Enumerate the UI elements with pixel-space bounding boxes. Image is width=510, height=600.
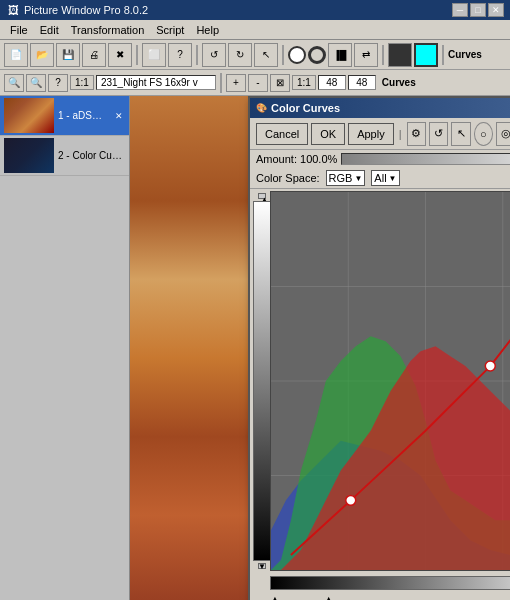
toolbar-secondary: 🔍 🔍 ? 1:1 231_Night FS 16x9r v + - ⊠ 1:1… [0,70,510,96]
zoom-ratio: 1:1 [70,75,94,90]
main-area: 1 - aDSCF0700-1-HDF ✕ 2 - Color Curves 🎨… [0,96,510,600]
open-button[interactable]: 📂 [30,43,54,67]
menu-bar: File Edit Transformation Script Help [0,20,510,40]
zoom-in-button[interactable]: 🔍 [4,74,24,92]
dialog-title-bar: 🎨 Color Curves ─ □ ✕ [250,98,510,118]
tick1[interactable]: ▲ [268,592,282,600]
menu-file[interactable]: File [4,22,34,38]
chart-svg [271,192,510,570]
amount-label: Amount: 100.0% [256,153,337,165]
channel-value: All [374,172,386,184]
title-bar: 🖼 Picture Window Pro 8.0.2 ─ □ ✕ [0,0,510,20]
select-button[interactable]: ⬜ [142,43,166,67]
chart-section: ▲ ▼ [250,189,510,600]
svg-point-7 [485,361,495,371]
chart-main[interactable] [270,191,510,571]
dialog-toolbar: Cancel OK Apply | ⚙ ↺ ↖ ○ ◎ ▬ ⇄ ∫ ↕ [250,118,510,150]
layer-1-name: 1 - aDSCF0700-1-HDF [58,110,109,121]
separator5 [442,45,444,65]
tool4-button[interactable]: ⇄ [354,43,378,67]
chart-wrapper: ▲ ▼ [254,191,510,571]
layer-2-name: 2 - Color Curves [58,150,125,161]
color2-button[interactable] [414,43,438,67]
pointer-tool[interactable]: ↖ [451,122,470,146]
zoom-out2-button[interactable]: - [248,74,268,92]
tool1-button[interactable] [288,46,306,64]
zoom-help-button[interactable]: ? [48,74,68,92]
layer-2-image [4,138,54,173]
menu-script[interactable]: Script [150,22,190,38]
colorspace-value: RGB [329,172,353,184]
canvas-area: 🎨 Color Curves ─ □ ✕ Cancel OK Apply | ⚙… [130,96,510,600]
colorspace-row: Color Space: RGB ▼ All ▼ [250,168,510,189]
ok-button[interactable]: OK [311,123,345,145]
channel-arrow: ▼ [389,174,397,183]
color-curves-dialog: 🎨 Color Curves ─ □ ✕ Cancel OK Apply | ⚙… [248,96,510,600]
channel-select[interactable]: All ▼ [371,170,399,186]
menu-help[interactable]: Help [190,22,225,38]
toolbar-main: 📄 📂 💾 🖨 ✖ ⬜ ? ↺ ↻ ↖ ▐█ ⇄ Curves [0,40,510,70]
menu-transformation[interactable]: Transformation [65,22,151,38]
circle-tool[interactable]: ○ [474,122,493,146]
dialog-title-text: Color Curves [271,102,510,114]
maximize-button[interactable]: □ [470,3,486,17]
image-info: 231_Night FS 16x9r v [96,75,216,90]
separator3 [282,45,284,65]
colorspace-select[interactable]: RGB ▼ [326,170,366,186]
zoom-ratio2: 1:1 [292,75,316,90]
bottom-axis [254,573,510,593]
close-doc-button[interactable]: ✖ [108,43,132,67]
separator6 [220,73,222,93]
tool2-button[interactable] [308,46,326,64]
reset-tool[interactable]: ↺ [429,122,448,146]
layer-item-1[interactable]: 1 - aDSCF0700-1-HDF ✕ [0,96,129,136]
cancel-button[interactable]: Cancel [256,123,308,145]
app-icon: 🖼 [6,3,20,17]
color1-button[interactable] [388,43,412,67]
svg-point-6 [346,495,356,505]
save-button[interactable]: 💾 [56,43,80,67]
coord-x: 48 [318,75,346,90]
left-scroll-up[interactable]: ▲ [258,193,266,199]
separator2 [196,45,198,65]
curves-label2: Curves [382,77,416,88]
layer-1-thumb [4,98,54,133]
double-circle-tool[interactable]: ◎ [496,122,510,146]
layer-1-image [4,98,54,133]
amount-row: Amount: 100.0% [250,150,510,168]
separator4 [382,45,384,65]
curves-label: Curves [448,49,482,60]
close-button[interactable]: ✕ [488,3,504,17]
undo-button[interactable]: ↺ [202,43,226,67]
layer-2-thumb [4,138,54,173]
left-gradient [253,201,271,561]
bottom-ticks: ▲ ▲ ▲ ▲ [254,593,510,600]
print-button[interactable]: 🖨 [82,43,106,67]
window-controls: ─ □ ✕ [452,3,504,17]
app-title: Picture Window Pro 8.0.2 [24,4,452,16]
layer-item-2[interactable]: 2 - Color Curves [0,136,129,176]
pointer-button[interactable]: ↖ [254,43,278,67]
separator [136,45,138,65]
apply-button[interactable]: Apply [348,123,394,145]
zoom-in2-button[interactable]: + [226,74,246,92]
coord-y: 48 [348,75,376,90]
colorspace-label: Color Space: [256,172,320,184]
tool3-button[interactable]: ▐█ [328,43,352,67]
left-panel: 1 - aDSCF0700-1-HDF ✕ 2 - Color Curves [0,96,130,600]
new-button[interactable]: 📄 [4,43,28,67]
menu-edit[interactable]: Edit [34,22,65,38]
left-scroll-down[interactable]: ▼ [258,563,266,569]
bottom-gradient [270,576,510,590]
amount-slider[interactable] [341,153,510,165]
colorspace-arrow: ▼ [354,174,362,183]
tick2[interactable]: ▲ [322,592,336,600]
redo-button[interactable]: ↻ [228,43,252,67]
zoom-fit-button[interactable]: ⊠ [270,74,290,92]
layer-1-close[interactable]: ✕ [113,110,125,122]
separator-pipe: | [399,128,402,140]
minimize-button[interactable]: ─ [452,3,468,17]
zoom-out-button[interactable]: 🔍 [26,74,46,92]
help-button[interactable]: ? [168,43,192,67]
settings-tool[interactable]: ⚙ [407,122,426,146]
